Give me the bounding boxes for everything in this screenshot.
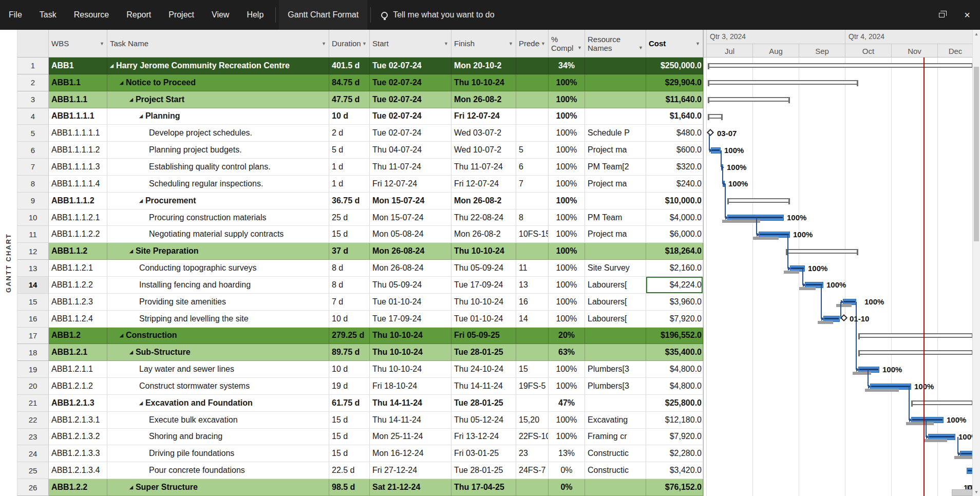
cell-start[interactable]: Mon 15-07-24	[370, 209, 451, 226]
cell-finish[interactable]: Thu 10-10-24	[451, 74, 516, 91]
cell-name[interactable]: ◢Project Start	[107, 91, 329, 108]
cell-pred[interactable]	[516, 91, 549, 108]
row-number[interactable]: 10	[17, 209, 49, 226]
cell-pct[interactable]: 0%	[549, 462, 585, 479]
cell-finish[interactable]: Wed 03-07-2	[451, 125, 516, 142]
timeline-month[interactable]: Aug	[752, 44, 799, 58]
cell-finish[interactable]: Tue 28-01-25	[451, 344, 516, 361]
cell-pred[interactable]	[516, 344, 549, 361]
cell-res[interactable]: Labourers[	[585, 277, 646, 294]
row-number[interactable]: 13	[17, 260, 49, 277]
close-button[interactable]: ×	[954, 0, 980, 30]
cell-start[interactable]: Thu 14-11-24	[370, 395, 451, 412]
row-number[interactable]: 5	[17, 125, 49, 142]
column-header-start[interactable]: Start▼	[370, 30, 451, 57]
cell-pred[interactable]: 13	[516, 277, 549, 294]
cell-start[interactable]: Tue 02-07-24	[370, 108, 451, 125]
cell-wbs[interactable]: ABB1.1	[49, 74, 107, 91]
cell-res[interactable]: Constructic	[585, 462, 646, 479]
cell-name[interactable]: Conducting topographic surveys	[107, 260, 329, 277]
cell-pct[interactable]: 100%	[549, 74, 585, 91]
cell-dur[interactable]: 15 d	[329, 412, 370, 429]
menu-tab-view[interactable]: View	[203, 0, 238, 30]
cell-pct[interactable]: 100%	[549, 108, 585, 125]
cell-cost[interactable]: $600.0	[646, 142, 703, 159]
summary-bar[interactable]	[708, 97, 790, 102]
cell-pct[interactable]: 100%	[549, 193, 585, 209]
cell-name[interactable]: ◢Super Structure	[107, 479, 329, 496]
cell-wbs[interactable]: ABB1.2	[49, 328, 107, 345]
expand-triangle-icon[interactable]: ◢	[129, 350, 133, 355]
expand-triangle-icon[interactable]: ◢	[120, 333, 123, 338]
cell-cost[interactable]: $2,280.0	[646, 445, 703, 462]
scrollbar-thumb[interactable]	[974, 67, 979, 241]
cell-pred[interactable]	[516, 243, 549, 260]
filter-arrow-icon[interactable]: ▼	[322, 41, 326, 46]
cell-pct[interactable]: 100%	[549, 159, 585, 176]
cell-dur[interactable]: 10 d	[329, 108, 370, 125]
menu-tab-report[interactable]: Report	[118, 0, 160, 30]
task-bar[interactable]	[967, 468, 972, 474]
timeline-month[interactable]: Jul	[706, 44, 752, 58]
row-number[interactable]: 25	[17, 462, 49, 479]
summary-bar[interactable]	[708, 114, 723, 119]
cell-dur[interactable]: 2 d	[329, 125, 370, 142]
cell-pred[interactable]	[516, 479, 549, 496]
summary-bar[interactable]	[786, 249, 858, 254]
column-header-pred[interactable]: Predecessors▼	[516, 30, 549, 57]
expand-triangle-icon[interactable]: ◢	[110, 63, 114, 68]
cell-finish[interactable]: Thu 17-04-25	[451, 479, 516, 496]
cell-cost[interactable]: $25,800.0	[646, 395, 703, 412]
cell-cost[interactable]: $18,264.0	[646, 243, 703, 260]
cell-pred[interactable]: 22FS-10	[516, 429, 549, 446]
cell-res[interactable]: Project ma	[585, 142, 646, 159]
cell-dur[interactable]: 89.75 d	[329, 344, 370, 361]
cell-start[interactable]: Mon 26-08-24	[370, 260, 451, 277]
cell-start[interactable]: Mon 16-12-24	[370, 445, 451, 462]
cell-res[interactable]: Plumbers[3	[585, 361, 646, 378]
summary-bar[interactable]	[858, 350, 972, 355]
cell-start[interactable]: Mon 25-11-24	[370, 429, 451, 446]
cell-finish[interactable]: Mon 26-08-2	[451, 193, 516, 209]
cell-pct[interactable]: 63%	[549, 344, 585, 361]
cell-finish[interactable]: Thu 05-12-24	[451, 412, 516, 429]
cell-name[interactable]: Lay water and sewer lines	[107, 361, 329, 378]
cell-start[interactable]: Thu 14-11-24	[370, 412, 451, 429]
cell-name[interactable]: Shoring and bracing	[107, 429, 329, 446]
menu-tab-project[interactable]: Project	[160, 0, 203, 30]
cell-pct[interactable]: 0%	[549, 479, 585, 496]
cell-pred[interactable]: 7	[516, 176, 549, 193]
cell-cost[interactable]: $4,800.0	[646, 361, 703, 378]
cell-name[interactable]: ◢Construction	[107, 328, 329, 345]
cell-res[interactable]: Schedule P	[585, 125, 646, 142]
cell-wbs[interactable]: ABB1.2.1	[49, 344, 107, 361]
cell-dur[interactable]: 401.5 d	[329, 58, 370, 74]
cell-finish[interactable]: Tue 01-10-24	[451, 311, 516, 328]
cell-finish[interactable]: Fri 03-01-25	[451, 445, 516, 462]
cell-pred[interactable]	[516, 58, 549, 74]
cell-pct[interactable]: 34%	[549, 58, 585, 74]
cell-dur[interactable]: 1 d	[329, 176, 370, 193]
expand-triangle-icon[interactable]: ◢	[120, 80, 123, 85]
cell-name[interactable]: Pour concrete foundations	[107, 462, 329, 479]
cell-pred[interactable]: 6	[516, 159, 549, 176]
cell-dur[interactable]: 84.75 d	[329, 74, 370, 91]
cell-pred[interactable]	[516, 108, 549, 125]
cell-dur[interactable]: 61.75 d	[329, 395, 370, 412]
cell-cost[interactable]: $3,420.0	[646, 462, 703, 479]
row-number[interactable]: 17	[17, 328, 49, 345]
cell-dur[interactable]: 37 d	[329, 243, 370, 260]
cell-name[interactable]: Establishing quality control plans.	[107, 159, 329, 176]
cell-cost[interactable]: $3,960.0	[646, 294, 703, 311]
cell-res[interactable]: PM Team	[585, 209, 646, 226]
menu-tab-resource[interactable]: Resource	[65, 0, 118, 30]
cell-pred[interactable]: 15	[516, 361, 549, 378]
cell-res[interactable]	[585, 91, 646, 108]
cell-wbs[interactable]: ABB1.2.1.3.1	[49, 412, 107, 429]
cell-wbs[interactable]: ABB1.2.2	[49, 479, 107, 496]
cell-name[interactable]: ◢Notice to Proceed	[107, 74, 329, 91]
cell-res[interactable]: Labourers[	[585, 311, 646, 328]
cell-name[interactable]: Providing site amenities	[107, 294, 329, 311]
cell-dur[interactable]: 10 d	[329, 361, 370, 378]
cell-wbs[interactable]: ABB1.1.1.1.1	[49, 125, 107, 142]
